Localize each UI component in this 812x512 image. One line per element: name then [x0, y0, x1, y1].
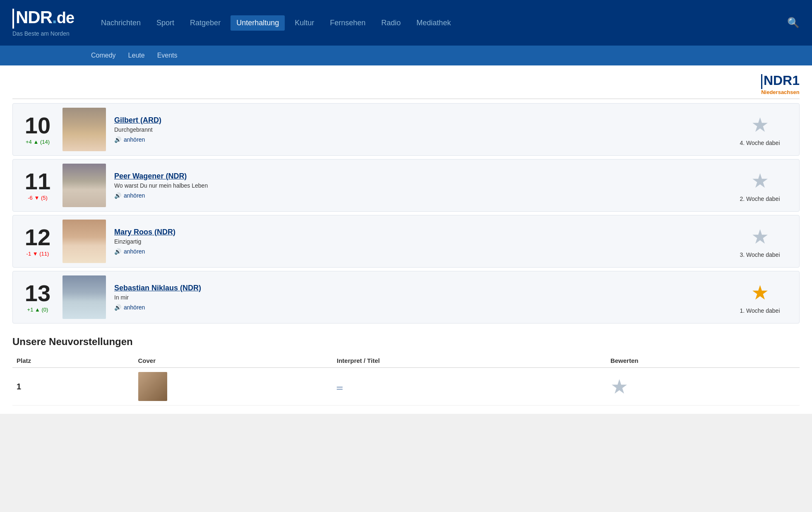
nav-nachrichten[interactable]: Nachrichten: [95, 15, 147, 31]
subnav-comedy[interactable]: Comedy: [91, 50, 116, 61]
chart-entry-11: 11 -6 ▼ (5) Peer Wagener (NDR) Wo warst …: [12, 159, 800, 212]
rank-number: 13: [19, 282, 56, 305]
week-label: 1. Woche dabei: [740, 307, 780, 314]
listen-button[interactable]: 🔊 anhören: [114, 304, 727, 311]
artist-image-sebastian: [62, 275, 106, 319]
song-title: Durchgebrannt: [114, 126, 727, 133]
col-interpret: Interpret / Titel: [333, 354, 606, 368]
neuvorstellungen-title: Unsere Neuvorstellungen: [12, 336, 800, 348]
neuvorstellungen-table: Platz Cover Interpret / Titel Bewerten 1…: [12, 354, 800, 406]
ndr1-sub-text: Niedersachsen: [761, 89, 800, 95]
artist-image-mary: [62, 220, 106, 263]
chart-entry-10: 10 +4 ▲ (14) Gilbert (ARD) Durchgebrannt…: [12, 103, 800, 156]
rank-change: +1 ▲ (0): [19, 307, 56, 313]
star-area-10: ★ 4. Woche dabei: [727, 113, 793, 146]
chart-rank-10: 10 +4 ▲ (14): [19, 114, 56, 145]
logo-ndr: NDR: [16, 7, 52, 27]
sub-nav: Comedy Leute Events: [0, 46, 812, 65]
site-logo[interactable]: NDR.de: [12, 9, 79, 29]
search-icon[interactable]: 🔍: [787, 17, 800, 29]
rank-change: -1 ▼ (11): [19, 251, 56, 257]
chart-info-12: Mary Roos (NDR) Einzigartig 🔊 anhören: [112, 228, 727, 255]
col-platz: Platz: [12, 354, 134, 368]
chart-entry-13: 13 +1 ▲ (0) Sebastian Niklaus (NDR) In m…: [12, 271, 800, 324]
artist-name[interactable]: Mary Roos (NDR): [114, 228, 727, 237]
artist-name[interactable]: Gilbert (ARD): [114, 116, 727, 125]
song-title: In mir: [114, 294, 727, 301]
nav-fernsehen[interactable]: Fernsehen: [324, 15, 371, 31]
week-label: 4. Woche dabei: [740, 140, 780, 146]
chart-info-10: Gilbert (ARD) Durchgebrannt 🔊 anhören: [112, 116, 727, 143]
arrow-up-icon: ▲: [35, 307, 40, 313]
header-top: NDR.de Das Beste am Norden Nachrichten S…: [0, 0, 812, 46]
main-content: NDR1 Niedersachsen 10 +4 ▲ (14) Gilbert …: [0, 65, 812, 414]
rating-star[interactable]: ★: [751, 169, 769, 192]
nav-radio[interactable]: Radio: [375, 15, 406, 31]
speaker-icon: 🔊: [114, 248, 121, 255]
logo-area: NDR.de Das Beste am Norden: [12, 9, 79, 37]
nav-kultur[interactable]: Kultur: [289, 15, 320, 31]
artist-name[interactable]: Sebastian Niklaus (NDR): [114, 284, 727, 292]
chart-rank-13: 13 +1 ▲ (0): [19, 282, 56, 313]
rank-change: -6 ▼ (5): [19, 195, 56, 201]
nav-mediathek[interactable]: Mediathek: [411, 15, 456, 31]
subnav-leute[interactable]: Leute: [128, 50, 145, 61]
rank-number: 12: [19, 226, 56, 249]
artist-image-gilbert: [62, 108, 106, 151]
cover-image: [138, 372, 167, 401]
artist-name[interactable]: Peer Wagener (NDR): [114, 172, 727, 181]
song-title: Wo warst Du nur mein halbes Leben: [114, 182, 727, 189]
arrow-down-icon: ▼: [33, 251, 38, 257]
nav-unterhaltung[interactable]: Unterhaltung: [231, 15, 285, 31]
chart-rank-12: 12 -1 ▼ (11): [19, 226, 56, 257]
chart-list: 10 +4 ▲ (14) Gilbert (ARD) Durchgebrannt…: [12, 103, 800, 324]
rating-star[interactable]: ★: [751, 281, 769, 304]
rating-star[interactable]: ★: [751, 113, 769, 136]
nav-sport[interactable]: Sport: [151, 15, 180, 31]
speaker-icon: 🔊: [114, 136, 121, 143]
interpret-link[interactable]: —: [337, 383, 602, 390]
ndr1-text: NDR1: [764, 73, 800, 88]
star-area-13: ★ 1. Woche dabei: [727, 281, 793, 314]
table-header-row: Platz Cover Interpret / Titel Bewerten: [12, 354, 800, 368]
week-label: 3. Woche dabei: [740, 251, 780, 258]
rating-star[interactable]: ★: [751, 225, 769, 248]
rank-number: 10: [19, 114, 56, 137]
neuvorstellungen-section: Unsere Neuvorstellungen Platz Cover Inte…: [12, 336, 800, 406]
star-area-12: ★ 3. Woche dabei: [727, 225, 793, 258]
logo-de: de: [57, 9, 74, 27]
logo-pipe-icon: [12, 9, 14, 29]
song-title: Einzigartig: [114, 238, 727, 245]
rank-change: +4 ▲ (14): [19, 139, 56, 145]
listen-button[interactable]: 🔊 anhören: [114, 136, 727, 143]
chart-info-11: Peer Wagener (NDR) Wo warst Du nur mein …: [112, 172, 727, 199]
neu-cover: [134, 368, 333, 406]
artist-image-peer: [62, 164, 106, 207]
neu-interpret-cell: —: [333, 368, 606, 406]
chart-rank-11: 11 -6 ▼ (5): [19, 170, 56, 201]
speaker-icon: 🔊: [114, 304, 121, 311]
listen-button[interactable]: 🔊 anhören: [114, 192, 727, 199]
week-label: 2. Woche dabei: [740, 196, 780, 202]
table-row: 1 — ★: [12, 368, 800, 406]
nav-ratgeber[interactable]: Ratgeber: [184, 15, 226, 31]
arrow-down-icon: ▼: [34, 195, 39, 201]
col-cover: Cover: [134, 354, 333, 368]
logo-dot: .: [52, 7, 57, 27]
star-area-11: ★ 2. Woche dabei: [727, 169, 793, 202]
chart-entry-12: 12 -1 ▼ (11) Mary Roos (NDR) Einzigartig…: [12, 215, 800, 268]
chart-info-13: Sebastian Niklaus (NDR) In mir 🔊 anhören: [112, 284, 727, 311]
neu-platz: 1: [12, 368, 134, 406]
speaker-icon: 🔊: [114, 192, 121, 199]
logo-subtitle: Das Beste am Norden: [12, 30, 79, 37]
listen-button[interactable]: 🔊 anhören: [114, 248, 727, 255]
rank-number: 11: [19, 170, 56, 193]
arrow-up-icon: ▲: [33, 139, 38, 145]
subnav-events[interactable]: Events: [157, 50, 178, 61]
rating-star-neu[interactable]: ★: [610, 376, 628, 398]
ndr1-pipe-icon: [761, 74, 762, 89]
neu-bewerten-cell: ★: [606, 368, 800, 406]
main-nav: Nachrichten Sport Ratgeber Unterhaltung …: [95, 15, 800, 31]
ndr1-logo: NDR1 Niedersachsen: [761, 74, 800, 95]
section-divider: [12, 99, 800, 99]
